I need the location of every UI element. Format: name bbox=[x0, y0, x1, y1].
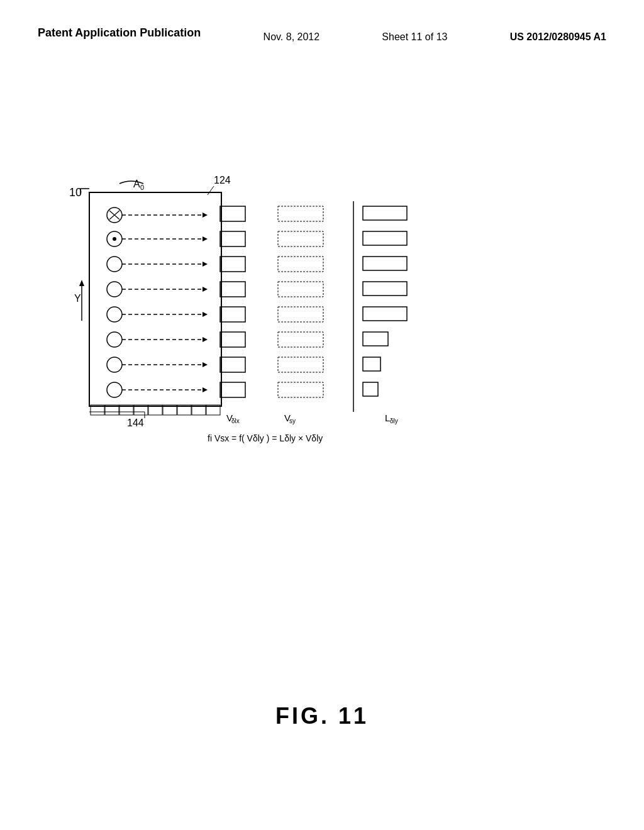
ldly-rect6 bbox=[363, 332, 388, 346]
arrow-row8 bbox=[203, 387, 208, 392]
sheet-number: Sheet 11 of 13 bbox=[382, 25, 447, 43]
ref-A0: A bbox=[133, 179, 140, 189]
arrow-row5 bbox=[203, 312, 208, 317]
circle-dot2 bbox=[113, 237, 116, 241]
figure-area: 10 A 0 124 Y bbox=[38, 170, 606, 472]
svg-line-0 bbox=[208, 186, 214, 195]
ldly-rect3 bbox=[363, 257, 407, 270]
label-vsy-sub: sy bbox=[289, 418, 296, 424]
arrow-row7 bbox=[203, 362, 208, 367]
ldly-rect5 bbox=[363, 307, 407, 321]
vsy-rect8 bbox=[278, 382, 323, 397]
ldly-rect1 bbox=[363, 206, 407, 220]
publication-title: Patent Application Publication bbox=[38, 25, 201, 41]
ref-10: 10 bbox=[69, 186, 82, 199]
label-vdlx-sub: δlx bbox=[231, 418, 240, 424]
diagram-svg: 10 A 0 124 Y bbox=[52, 170, 592, 472]
ldly-rect2 bbox=[363, 231, 407, 245]
circle-row6 bbox=[107, 332, 122, 347]
vdlx-rect5 bbox=[220, 307, 245, 322]
vsy-rect4 bbox=[278, 282, 323, 297]
ldly-rect4 bbox=[363, 282, 407, 296]
main-box bbox=[89, 192, 221, 406]
vdlx-rect6 bbox=[220, 332, 245, 347]
circle-row4 bbox=[107, 282, 122, 297]
circle-row7 bbox=[107, 357, 122, 372]
circle-row5 bbox=[107, 307, 122, 322]
vdlx-rect1 bbox=[220, 206, 245, 221]
ldly-rect8 bbox=[363, 382, 378, 396]
y-arrow-up bbox=[79, 280, 84, 286]
arrow-row3 bbox=[203, 262, 208, 267]
header: Patent Application Publication Nov. 8, 2… bbox=[0, 25, 644, 43]
vsy-rect5 bbox=[278, 307, 323, 322]
vdlx-rect4 bbox=[220, 282, 245, 297]
vsy-rect6 bbox=[278, 332, 323, 347]
arrow-row1 bbox=[203, 213, 208, 218]
ref-A0-sub: 0 bbox=[140, 184, 144, 191]
ref-124: 124 bbox=[214, 175, 231, 185]
vsy-rect1 bbox=[278, 206, 323, 221]
arrow-row2 bbox=[203, 236, 208, 241]
vdlx-rect3 bbox=[220, 257, 245, 272]
circle-row8 bbox=[107, 382, 122, 397]
arrow-row6 bbox=[203, 337, 208, 342]
circle-row3 bbox=[107, 257, 122, 272]
vdlx-rect2 bbox=[220, 231, 245, 246]
page: Patent Application Publication Nov. 8, 2… bbox=[0, 0, 644, 830]
ref-144: 144 bbox=[127, 418, 144, 428]
formula-text: fi Vsx = f( Vδly ) = Lδly × Vδly bbox=[208, 433, 323, 443]
label-ldly-sub: δly bbox=[390, 418, 398, 424]
arrow-row4 bbox=[203, 287, 208, 292]
vdlx-rect8 bbox=[220, 382, 245, 397]
figure-label: FIG. 11 bbox=[0, 703, 644, 729]
vsy-rect3 bbox=[278, 257, 323, 272]
ref-Y: Y bbox=[74, 293, 81, 304]
vsy-rect2 bbox=[278, 231, 323, 246]
ldly-rect7 bbox=[363, 357, 380, 371]
patent-number: US 2012/0280945 A1 bbox=[510, 25, 606, 43]
vsy-rect7 bbox=[278, 357, 323, 372]
vdlx-rect7 bbox=[220, 357, 245, 372]
publication-date: Nov. 8, 2012 bbox=[264, 25, 320, 43]
